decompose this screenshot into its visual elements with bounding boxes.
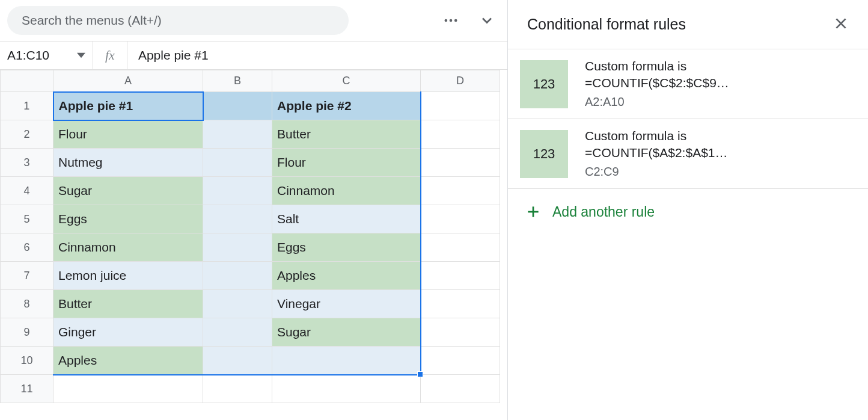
cell-C4[interactable]: Cinnamon xyxy=(272,177,421,205)
conditional-format-panel: Conditional format rules 123 Custom form… xyxy=(507,0,868,420)
rule-text: Custom formula is =COUNTIF($A$2:$A$1… C2… xyxy=(585,129,728,179)
search-input[interactable] xyxy=(7,6,349,35)
row-header[interactable]: 4 xyxy=(1,177,53,205)
cell-A6[interactable]: Cinnamon xyxy=(53,233,203,262)
rule-range: A2:A10 xyxy=(585,95,729,109)
cell-C2[interactable]: Butter xyxy=(272,120,421,149)
chevron-down-icon[interactable] xyxy=(474,7,500,34)
cell-A4[interactable]: Sugar xyxy=(53,177,203,205)
name-formula-bar: A1:C10 fx xyxy=(0,41,507,70)
cell-D8[interactable] xyxy=(421,290,500,318)
rule-formula: =COUNTIF($C$2:$C$9… xyxy=(585,76,729,90)
cell-C11[interactable] xyxy=(272,375,421,403)
row-header[interactable]: 10 xyxy=(1,347,53,375)
col-header-D[interactable]: D xyxy=(421,70,500,92)
cell-D5[interactable] xyxy=(421,205,500,233)
cell-B4[interactable] xyxy=(203,177,272,205)
row-header[interactable]: 6 xyxy=(1,233,53,262)
row-header[interactable]: 1 xyxy=(1,92,53,120)
select-all-corner[interactable] xyxy=(1,70,53,92)
row-header[interactable]: 8 xyxy=(1,290,53,318)
cell-B9[interactable] xyxy=(203,318,272,347)
cell-D3[interactable] xyxy=(421,149,500,177)
cell-C8[interactable]: Vinegar xyxy=(272,290,421,318)
row-7: 7 Lemon juice Apples xyxy=(1,262,500,290)
cell-A9[interactable]: Ginger xyxy=(53,318,203,347)
cell-B11[interactable] xyxy=(203,375,272,403)
cell-C7[interactable]: Apples xyxy=(272,262,421,290)
cell-A10[interactable]: Apples xyxy=(53,347,203,375)
cell-C10[interactable] xyxy=(272,347,421,375)
cell-D2[interactable] xyxy=(421,120,500,149)
row-6: 6 Cinnamon Eggs xyxy=(1,233,500,262)
cell-D11[interactable] xyxy=(421,375,500,403)
row-header[interactable]: 7 xyxy=(1,262,53,290)
panel-header: Conditional format rules xyxy=(508,0,868,49)
cell-B6[interactable] xyxy=(203,233,272,262)
row-8: 8 Butter Vinegar xyxy=(1,290,500,318)
col-header-B[interactable]: B xyxy=(203,70,272,92)
cell-B1[interactable] xyxy=(203,92,272,120)
top-toolbar xyxy=(0,0,507,41)
row-header[interactable]: 2 xyxy=(1,120,53,149)
cell-C6[interactable]: Eggs xyxy=(272,233,421,262)
cell-A5[interactable]: Eggs xyxy=(53,205,203,233)
cell-A7[interactable]: Lemon juice xyxy=(53,262,203,290)
panel-title: Conditional format rules xyxy=(527,16,686,33)
cell-B8[interactable] xyxy=(203,290,272,318)
row-3: 3 Nutmeg Flour xyxy=(1,149,500,177)
cell-D6[interactable] xyxy=(421,233,500,262)
rule-title: Custom formula is xyxy=(585,59,729,73)
row-1: 1 Apple pie #1 Apple pie #2 xyxy=(1,92,500,120)
row-9: 9 Ginger Sugar xyxy=(1,318,500,347)
row-2: 2 Flour Butter xyxy=(1,120,500,149)
row-header[interactable]: 9 xyxy=(1,318,53,347)
cell-C5[interactable]: Salt xyxy=(272,205,421,233)
format-rule-item[interactable]: 123 Custom formula is =COUNTIF($C$2:$C$9… xyxy=(508,49,868,119)
rules-list: 123 Custom formula is =COUNTIF($C$2:$C$9… xyxy=(508,49,868,420)
cell-A8[interactable]: Butter xyxy=(53,290,203,318)
cell-C9[interactable]: Sugar xyxy=(272,318,421,347)
cell-A1[interactable]: Apple pie #1 xyxy=(53,92,203,120)
row-header[interactable]: 11 xyxy=(1,375,53,403)
row-11: 11 xyxy=(1,375,500,403)
cell-B2[interactable] xyxy=(203,120,272,149)
spreadsheet-main: A1:C10 fx A B C D 1 Apple pie #1 xyxy=(0,0,507,420)
cell-D9[interactable] xyxy=(421,318,500,347)
format-rule-item[interactable]: 123 Custom formula is =COUNTIF($A$2:$A$1… xyxy=(508,119,868,189)
cell-B3[interactable] xyxy=(203,149,272,177)
cell-D7[interactable] xyxy=(421,262,500,290)
cell-A3[interactable]: Nutmeg xyxy=(53,149,203,177)
triangle-down-icon[interactable] xyxy=(77,48,85,63)
name-box[interactable]: A1:C10 xyxy=(0,42,93,69)
add-rule-label: Add another rule xyxy=(552,204,655,220)
cell-D10[interactable] xyxy=(421,347,500,375)
row-5: 5 Eggs Salt xyxy=(1,205,500,233)
selection-handle[interactable] xyxy=(417,371,423,377)
cell-C3[interactable]: Flour xyxy=(272,149,421,177)
cell-A2[interactable]: Flour xyxy=(53,120,203,149)
grid-container[interactable]: A B C D 1 Apple pie #1 Apple pie #2 2 Fl… xyxy=(0,70,507,420)
name-box-text: A1:C10 xyxy=(7,48,77,63)
rule-swatch: 123 xyxy=(520,60,568,108)
cell-D4[interactable] xyxy=(421,177,500,205)
formula-input[interactable] xyxy=(127,42,507,69)
add-rule-button[interactable]: Add another rule xyxy=(508,189,868,235)
rule-title: Custom formula is xyxy=(585,129,728,143)
col-header-C[interactable]: C xyxy=(272,70,421,92)
cell-B5[interactable] xyxy=(203,205,272,233)
cell-D1[interactable] xyxy=(421,92,500,120)
more-icon[interactable] xyxy=(438,7,464,34)
row-header[interactable]: 5 xyxy=(1,205,53,233)
svg-marker-3 xyxy=(77,53,85,58)
col-header-A[interactable]: A xyxy=(53,70,203,92)
cell-B10[interactable] xyxy=(203,347,272,375)
cell-C1[interactable]: Apple pie #2 xyxy=(272,92,421,120)
close-icon[interactable] xyxy=(828,11,854,38)
svg-point-0 xyxy=(445,19,448,22)
cell-A11[interactable] xyxy=(53,375,203,403)
rule-text: Custom formula is =COUNTIF($C$2:$C$9… A2… xyxy=(585,59,729,109)
row-header[interactable]: 3 xyxy=(1,149,53,177)
row-10: 10 Apples xyxy=(1,347,500,375)
cell-B7[interactable] xyxy=(203,262,272,290)
